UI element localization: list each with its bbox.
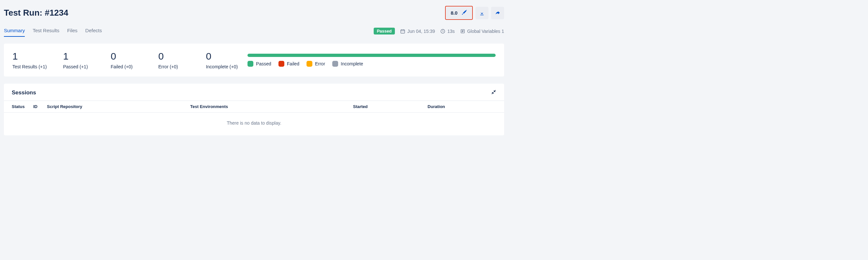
sessions-card: Sessions Status ID Script Repository Tes… — [4, 84, 504, 135]
stat-failed: 0 Failed (+0) — [111, 51, 142, 69]
legend-failed: Failed — [278, 61, 299, 67]
svg-rect-0 — [401, 30, 405, 33]
stat-test-results: 1 Test Results (+1) — [12, 51, 46, 69]
legend-incomplete: Incomplete — [332, 61, 363, 67]
calendar-icon — [400, 29, 405, 34]
stat-passed: 1 Passed (+1) — [63, 51, 94, 69]
col-repo[interactable]: Script Repository — [47, 104, 184, 109]
meta-duration: 13s — [440, 29, 455, 34]
version-button[interactable]: 8.0 — [446, 7, 472, 19]
share-icon — [495, 10, 500, 16]
sessions-empty: There is no data to display. — [4, 113, 504, 135]
swatch-failed — [278, 61, 284, 67]
collapse-button[interactable] — [491, 89, 496, 96]
meta-date: Jun 04, 15:39 — [400, 29, 435, 34]
swatch-passed — [247, 61, 253, 67]
col-duration[interactable]: Duration — [428, 104, 496, 109]
stat-incomplete: 0 Incomplete (+0) — [206, 51, 238, 69]
col-started[interactable]: Started — [353, 104, 422, 109]
tab-defects[interactable]: Defects — [86, 26, 102, 36]
swatch-error — [307, 61, 312, 67]
swatch-incomplete — [332, 61, 338, 67]
stat-error: 0 Error (+0) — [158, 51, 189, 69]
clock-icon — [440, 29, 445, 34]
sessions-title: Sessions — [12, 89, 36, 96]
stats-card: 1 Test Results (+1) 1 Passed (+1) 0 Fail… — [4, 44, 504, 76]
col-env[interactable]: Test Environments — [190, 104, 347, 109]
sessions-table-head: Status ID Script Repository Test Environ… — [4, 101, 504, 113]
version-highlight: 8.0 — [445, 6, 473, 20]
share-button[interactable] — [491, 7, 504, 19]
col-status[interactable]: Status — [12, 104, 27, 109]
col-id[interactable]: ID — [33, 104, 41, 109]
legend: Passed Failed Error Incomplete — [247, 61, 496, 67]
download-icon — [479, 10, 485, 16]
tab-test-results[interactable]: Test Results — [33, 26, 59, 36]
version-label: 8.0 — [451, 10, 458, 15]
tabs: Summary Test Results Files Defects — [4, 26, 102, 36]
download-button[interactable] — [475, 7, 489, 19]
page-title: Test Run: #1234 — [4, 8, 68, 18]
meta-row: Passed Jun 04, 15:39 13s Global Variable… — [374, 28, 504, 35]
rocket-icon — [461, 9, 467, 16]
tab-files[interactable]: Files — [67, 26, 78, 36]
header-actions: 8.0 — [445, 6, 504, 20]
collapse-icon — [491, 89, 496, 95]
meta-variables: Global Variables 1 — [460, 29, 504, 34]
legend-passed: Passed — [247, 61, 271, 67]
progress-bar — [247, 54, 496, 57]
tab-summary[interactable]: Summary — [4, 26, 25, 36]
legend-error: Error — [307, 61, 325, 67]
list-icon — [460, 29, 465, 34]
status-badge: Passed — [374, 28, 395, 35]
